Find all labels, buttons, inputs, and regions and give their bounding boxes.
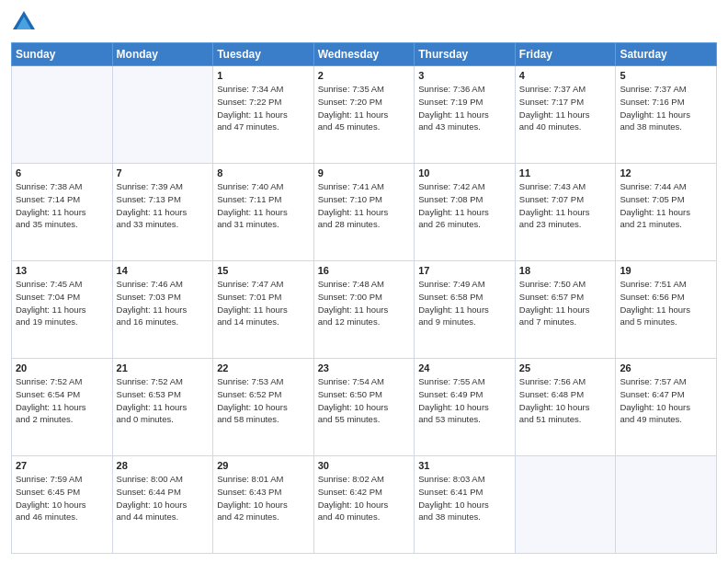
cell-line: Daylight: 10 hours xyxy=(418,401,511,414)
calendar-cell xyxy=(616,456,717,554)
calendar-header: SundayMondayTuesdayWednesdayThursdayFrid… xyxy=(12,43,717,66)
cell-line: Daylight: 10 hours xyxy=(117,499,210,511)
cell-line: and 49 minutes. xyxy=(620,413,712,426)
cell-line: and 55 minutes. xyxy=(318,413,411,426)
cell-line: and 35 minutes. xyxy=(16,218,108,231)
cell-line: and 21 minutes. xyxy=(620,218,712,231)
cell-line: and 28 minutes. xyxy=(318,218,411,231)
cell-line: Sunset: 7:20 PM xyxy=(318,96,411,109)
cell-line: Sunrise: 8:01 AM xyxy=(217,473,310,486)
header xyxy=(11,9,717,35)
calendar-cell: 26Sunrise: 7:57 AMSunset: 6:47 PMDayligh… xyxy=(616,359,717,456)
cell-line: Sunset: 7:14 PM xyxy=(16,193,108,206)
cell-line: Daylight: 11 hours xyxy=(418,206,511,219)
day-number: 3 xyxy=(418,70,511,81)
cell-line: Daylight: 10 hours xyxy=(217,401,310,414)
cell-line: Daylight: 11 hours xyxy=(418,109,511,121)
cell-line: Sunrise: 7:50 AM xyxy=(519,278,612,291)
calendar-cell: 12Sunrise: 7:44 AMSunset: 7:05 PMDayligh… xyxy=(616,164,717,261)
cell-line: Sunset: 6:47 PM xyxy=(620,388,712,401)
logo-icon xyxy=(11,9,37,35)
cell-line: and 16 minutes. xyxy=(117,316,210,328)
cell-line: Sunrise: 7:59 AM xyxy=(16,473,108,486)
day-number: 23 xyxy=(318,362,411,373)
cell-line: Daylight: 10 hours xyxy=(217,499,310,511)
day-number: 16 xyxy=(318,265,411,276)
calendar-cell: 30Sunrise: 8:02 AMSunset: 6:42 PMDayligh… xyxy=(313,456,415,554)
cell-line: Daylight: 11 hours xyxy=(217,206,310,219)
cell-line: Daylight: 10 hours xyxy=(16,499,108,511)
cell-line: Daylight: 10 hours xyxy=(519,401,612,414)
cell-line: Daylight: 11 hours xyxy=(519,304,612,316)
day-number: 26 xyxy=(620,362,712,373)
calendar-cell: 4Sunrise: 7:37 AMSunset: 7:17 PMDaylight… xyxy=(515,66,616,164)
cell-line: Sunrise: 7:43 AM xyxy=(519,180,612,193)
cell-line: Sunrise: 8:00 AM xyxy=(117,473,210,486)
calendar-table: SundayMondayTuesdayWednesdayThursdayFrid… xyxy=(11,42,717,554)
calendar-cell: 29Sunrise: 8:01 AMSunset: 6:43 PMDayligh… xyxy=(213,456,314,554)
cell-line: Sunrise: 7:37 AM xyxy=(620,83,712,96)
day-header-thursday: Thursday xyxy=(415,43,516,66)
cell-line: Sunrise: 7:34 AM xyxy=(217,83,310,96)
cell-line: Sunset: 7:07 PM xyxy=(519,193,612,206)
calendar-cell: 23Sunrise: 7:54 AMSunset: 6:50 PMDayligh… xyxy=(313,359,415,456)
calendar-cell: 22Sunrise: 7:53 AMSunset: 6:52 PMDayligh… xyxy=(213,359,314,456)
day-number: 18 xyxy=(519,265,612,276)
cell-line: Sunset: 6:43 PM xyxy=(217,486,310,499)
cell-line: Daylight: 11 hours xyxy=(117,206,210,219)
calendar-cell: 14Sunrise: 7:46 AMSunset: 7:03 PMDayligh… xyxy=(112,261,213,359)
day-number: 1 xyxy=(217,70,310,81)
cell-line: Sunrise: 7:44 AM xyxy=(620,180,712,193)
cell-line: Sunrise: 7:41 AM xyxy=(318,180,411,193)
calendar-cell: 21Sunrise: 7:52 AMSunset: 6:53 PMDayligh… xyxy=(112,359,213,456)
day-number: 22 xyxy=(217,362,310,373)
calendar-cell: 3Sunrise: 7:36 AMSunset: 7:19 PMDaylight… xyxy=(415,66,516,164)
day-number: 29 xyxy=(217,460,310,471)
week-row-5: 27Sunrise: 7:59 AMSunset: 6:45 PMDayligh… xyxy=(12,456,717,554)
cell-line: Sunrise: 7:37 AM xyxy=(519,83,612,96)
calendar-cell: 18Sunrise: 7:50 AMSunset: 6:57 PMDayligh… xyxy=(515,261,616,359)
cell-line: Sunset: 7:17 PM xyxy=(519,96,612,109)
calendar-cell xyxy=(12,66,113,164)
cell-line: Sunrise: 8:02 AM xyxy=(318,473,411,486)
day-number: 27 xyxy=(16,460,108,471)
cell-line: and 51 minutes. xyxy=(519,413,612,426)
cell-line: Sunrise: 7:38 AM xyxy=(16,180,108,193)
cell-line: and 46 minutes. xyxy=(16,511,108,523)
cell-line: Sunset: 7:11 PM xyxy=(217,193,310,206)
calendar-cell: 6Sunrise: 7:38 AMSunset: 7:14 PMDaylight… xyxy=(12,164,113,261)
cell-line: Daylight: 11 hours xyxy=(16,206,108,219)
cell-line: Sunset: 7:22 PM xyxy=(217,96,310,109)
calendar-cell: 8Sunrise: 7:40 AMSunset: 7:11 PMDaylight… xyxy=(213,164,314,261)
cell-line: and 23 minutes. xyxy=(519,218,612,231)
cell-line: Daylight: 11 hours xyxy=(620,304,712,316)
cell-line: Sunrise: 7:55 AM xyxy=(418,375,511,388)
cell-line: Sunset: 6:45 PM xyxy=(16,486,108,499)
calendar-body: 1Sunrise: 7:34 AMSunset: 7:22 PMDaylight… xyxy=(12,66,717,554)
cell-line: and 42 minutes. xyxy=(217,511,310,523)
cell-line: Daylight: 11 hours xyxy=(117,304,210,316)
cell-line: Sunrise: 7:49 AM xyxy=(418,278,511,291)
cell-line: Sunset: 7:04 PM xyxy=(16,291,108,304)
cell-line: Sunrise: 7:48 AM xyxy=(318,278,411,291)
cell-line: and 45 minutes. xyxy=(318,121,411,133)
cell-line: and 47 minutes. xyxy=(217,121,310,133)
day-number: 11 xyxy=(519,167,612,178)
cell-line: and 58 minutes. xyxy=(217,413,310,426)
day-number: 28 xyxy=(117,460,210,471)
cell-line: Sunrise: 7:46 AM xyxy=(117,278,210,291)
cell-line: Sunset: 6:41 PM xyxy=(418,486,511,499)
day-number: 13 xyxy=(16,265,108,276)
calendar-cell xyxy=(112,66,213,164)
cell-line: Sunset: 6:53 PM xyxy=(117,388,210,401)
day-number: 5 xyxy=(620,70,712,81)
calendar-cell: 17Sunrise: 7:49 AMSunset: 6:58 PMDayligh… xyxy=(415,261,516,359)
cell-line: Daylight: 11 hours xyxy=(16,304,108,316)
day-number: 17 xyxy=(418,265,511,276)
day-header-tuesday: Tuesday xyxy=(213,43,314,66)
calendar-cell: 9Sunrise: 7:41 AMSunset: 7:10 PMDaylight… xyxy=(313,164,415,261)
cell-line: and 43 minutes. xyxy=(418,121,511,133)
cell-line: Daylight: 10 hours xyxy=(418,499,511,511)
day-number: 19 xyxy=(620,265,712,276)
logo xyxy=(11,9,39,35)
